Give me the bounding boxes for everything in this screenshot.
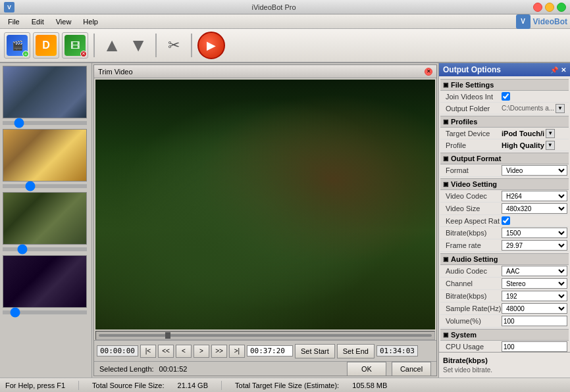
output-folder-path: C:\Documents a... [502, 105, 554, 112]
time-current-input[interactable]: 00:37:20 [247, 345, 293, 356]
nav-start-button[interactable]: |< [140, 345, 156, 358]
thumbnail-slider-4[interactable] [3, 310, 87, 314]
menu-help[interactable]: Help [78, 16, 103, 27]
nav-down-button[interactable]: ▼ [126, 34, 150, 57]
video-scrubber[interactable] [95, 331, 435, 340]
menu-items: File Edit View Help [3, 16, 103, 27]
join-videos-checkbox[interactable] [502, 92, 510, 101]
profile-button[interactable]: ▼ [546, 141, 555, 150]
thumbnail-item-1[interactable] [3, 66, 89, 126]
convert-button[interactable]: D [33, 32, 59, 59]
nav-end-button[interactable]: >| [229, 345, 245, 358]
thumbnail-2[interactable] [3, 129, 87, 182]
audio-codec-select[interactable]: AAC [502, 266, 567, 276]
target-device-row: Target Device iPod Touch/i ▼ [440, 128, 569, 139]
thumbnail-item-4[interactable] [3, 255, 89, 316]
video-preview [95, 80, 435, 330]
titlebar: V iVideoBot Pro [0, 0, 570, 14]
target-device-value: iPod Touch/i ▼ [502, 129, 567, 138]
logo-icon: V [516, 14, 531, 29]
thumbnail-item-2[interactable] [3, 129, 89, 189]
profiles-header[interactable]: ▣ Profiles [440, 116, 569, 128]
audio-setting-label: Audio Setting [451, 255, 498, 263]
scrub-thumb[interactable] [165, 332, 170, 339]
statusbar: For Help, press F1 Total Source File Siz… [0, 378, 570, 392]
audio-setting-header[interactable]: ▣ Audio Setting [440, 253, 569, 265]
audio-bitrate-select[interactable]: 192 [502, 291, 567, 301]
target-device-button[interactable]: ▼ [546, 129, 555, 138]
thumbnail-1[interactable] [3, 66, 87, 118]
nav-rewind-button[interactable]: << [158, 345, 174, 358]
video-codec-row: Video Codec H264 [440, 190, 569, 203]
menu-file[interactable]: File [3, 16, 25, 27]
trim-close-button[interactable]: ✕ [425, 68, 432, 76]
cpu-usage-input[interactable]: 100 [502, 341, 567, 352]
keep-aspect-row: Keep Aspect Rat [440, 215, 569, 227]
add-video-button[interactable]: 🎬 + [4, 32, 30, 59]
framerate-select[interactable]: 29.97 [502, 240, 567, 251]
footer-title: Bitrate(kbps) [443, 356, 566, 364]
minimize-button[interactable] [545, 3, 554, 12]
file-settings-header[interactable]: ▣ File Settings [440, 79, 569, 91]
volume-row: Volume(%) 100 [440, 315, 569, 328]
format-row: Format Video [440, 164, 569, 177]
sample-rate-select[interactable]: 48000 [502, 303, 567, 314]
menu-edit[interactable]: Edit [26, 16, 49, 27]
close-button[interactable] [533, 3, 542, 12]
maximize-button[interactable] [557, 3, 566, 12]
trim-window: Trim Video ✕ 00:00:00 |< << < > >> >| 00… [93, 64, 437, 376]
thumbnail-item-3[interactable] [3, 192, 89, 253]
thumbnail-4[interactable] [3, 255, 87, 308]
trim-button[interactable]: 🎞 ✕ [62, 32, 88, 59]
audio-bitrate-value: 192 [502, 291, 567, 301]
source-size-value: 21.14 GB [178, 381, 208, 389]
video-codec-select[interactable]: H264 [502, 191, 567, 201]
time-end-display: 01:34:03 [376, 345, 418, 356]
close-icon[interactable]: ✕ [561, 66, 566, 74]
channel-select[interactable]: Stereo [502, 278, 567, 289]
scrub-track[interactable] [99, 334, 432, 337]
cancel-button[interactable]: Cancel [392, 362, 431, 376]
audio-codec-label: Audio Codec [446, 267, 502, 275]
pin-icon[interactable]: 📌 [550, 66, 558, 74]
menu-view[interactable]: View [51, 16, 77, 27]
collapse-icon-format: ▣ [443, 155, 449, 162]
scissors-button[interactable]: ✂ [162, 34, 186, 57]
app-logo: V VideoBot [516, 14, 567, 29]
nav-next-button[interactable]: > [194, 345, 209, 358]
thumbnail-slider-1[interactable] [3, 121, 87, 125]
output-header-icons: 📌 ✕ [550, 66, 566, 74]
keep-aspect-checkbox[interactable] [502, 216, 510, 225]
nav-forward-button[interactable]: >> [211, 345, 227, 358]
output-format-header[interactable]: ▣ Output Format [440, 153, 569, 164]
nav-up-button[interactable]: ▲ [100, 34, 124, 57]
video-setting-header[interactable]: ▣ Video Setting [440, 178, 569, 190]
thumbnail-slider-2[interactable] [3, 184, 87, 188]
sample-rate-value: 48000 [502, 303, 567, 314]
target-device-label: Target Device [446, 130, 502, 137]
set-start-button[interactable]: Set Start [295, 344, 335, 358]
browse-folder-button[interactable]: ▼ [556, 104, 565, 113]
set-end-button[interactable]: Set End [337, 344, 375, 358]
nav-prev-button[interactable]: < [176, 345, 192, 358]
selected-length-label: Selected Length: [99, 365, 154, 373]
menubar: File Edit View Help V VideoBot [0, 14, 570, 29]
format-select[interactable]: Video [502, 165, 567, 176]
video-bitrate-row: Bitrate(kbps) 1500 [440, 227, 569, 239]
thumbnail-slider-3[interactable] [3, 247, 87, 251]
target-size-label: Total Target File Size (Estimate): [235, 381, 339, 389]
video-bitrate-select[interactable]: 1500 [502, 228, 567, 238]
system-header[interactable]: ▣ System [440, 329, 569, 341]
main-content: Trim Video ✕ 00:00:00 |< << < > >> >| 00… [0, 63, 570, 378]
thumbnail-3[interactable] [3, 192, 87, 245]
help-text: For Help, press F1 [5, 381, 65, 389]
join-videos-row: Join Videos Int [440, 91, 569, 103]
video-size-select[interactable]: 480x320 [502, 203, 567, 214]
ok-button[interactable]: OK [347, 362, 386, 376]
source-size-label: Total Source File Size: [92, 381, 164, 389]
file-settings-label: File Settings [451, 81, 494, 89]
selected-length-value: 00:01:52 [159, 365, 188, 373]
play-button[interactable]: ▶ [197, 32, 225, 59]
audio-bitrate-label: Bitrate(kbps) [446, 292, 502, 300]
volume-input[interactable]: 100 [502, 316, 567, 326]
